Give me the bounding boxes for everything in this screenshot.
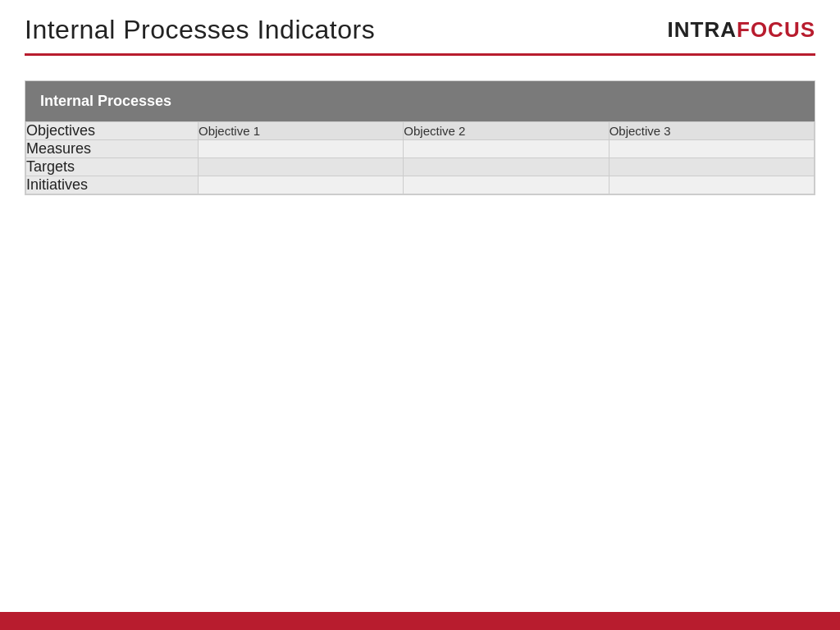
header: Internal Processes Indicators INTRAFOCUS — [0, 0, 840, 53]
logo: INTRAFOCUS — [668, 17, 815, 43]
targets-label: Targets — [26, 158, 199, 176]
section-header-text: Internal Processes — [40, 93, 171, 109]
initiatives-cell-3 — [609, 176, 814, 194]
initiatives-label: Initiatives — [26, 176, 199, 194]
objective-1-cell: Objective 1 — [199, 122, 404, 140]
main-content: Internal Processes Objectives Objective … — [0, 56, 840, 612]
targets-cell-2 — [404, 158, 609, 176]
initiatives-cell-1 — [199, 176, 404, 194]
logo-focus: FOCUS — [737, 17, 815, 42]
targets-row: Targets — [26, 158, 815, 176]
table-container: Internal Processes Objectives Objective … — [25, 80, 815, 195]
measures-row: Measures — [26, 140, 815, 158]
measures-cell-3 — [609, 140, 814, 158]
objectives-row: Objectives Objective 1 Objective 2 Objec… — [26, 122, 815, 140]
section-header: Internal Processes — [25, 81, 815, 121]
data-table: Objectives Objective 1 Objective 2 Objec… — [25, 121, 815, 194]
targets-cell-3 — [609, 158, 814, 176]
objectives-label: Objectives — [26, 122, 199, 140]
measures-label: Measures — [26, 140, 199, 158]
measures-cell-1 — [199, 140, 404, 158]
initiatives-cell-2 — [404, 176, 609, 194]
logo-intra: INTRA — [668, 17, 737, 42]
page-wrapper: Internal Processes Indicators INTRAFOCUS… — [0, 0, 840, 630]
targets-cell-1 — [199, 158, 404, 176]
initiatives-row: Initiatives — [26, 176, 815, 194]
objective-3-cell: Objective 3 — [609, 122, 814, 140]
objective-2-cell: Objective 2 — [404, 122, 609, 140]
footer-bar — [0, 612, 840, 630]
measures-cell-2 — [404, 140, 609, 158]
page-title: Internal Processes Indicators — [25, 15, 375, 45]
